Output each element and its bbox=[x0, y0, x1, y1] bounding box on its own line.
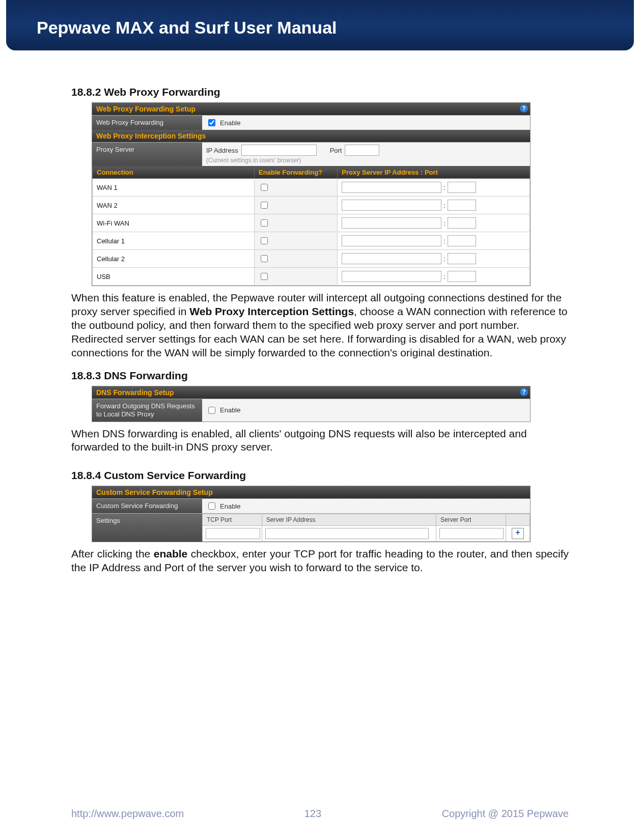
tcp-port-input[interactable] bbox=[206, 528, 260, 539]
tcp-port-header: TCP Port bbox=[203, 514, 262, 526]
server-port-input[interactable] bbox=[439, 528, 504, 539]
web-proxy-enable-label: Web Proxy Forwarding bbox=[92, 116, 202, 130]
section-3-title: 18.8.4 Custom Service Forwarding bbox=[71, 469, 569, 482]
connection-ip-input[interactable] bbox=[342, 217, 441, 229]
custom-service-settings-row: Settings TCP Port Server IP Address Serv… bbox=[92, 513, 530, 542]
connection-name: WAN 2 bbox=[93, 197, 255, 214]
service-row: + bbox=[203, 526, 530, 542]
connection-enable-checkbox[interactable] bbox=[261, 184, 268, 191]
connection-row: Wi-Fi WAN: bbox=[93, 214, 530, 232]
connection-enable-checkbox[interactable] bbox=[261, 237, 268, 244]
addr-col-header: Proxy Server IP Address : Port bbox=[338, 166, 530, 179]
manual-header: Pepwave MAX and Surf User Manual bbox=[6, 0, 634, 50]
custom-service-enable-checkbox[interactable] bbox=[208, 502, 215, 510]
connection-name: Cellular 2 bbox=[93, 250, 255, 268]
connection-ip-input[interactable] bbox=[342, 253, 441, 264]
connection-enable-checkbox[interactable] bbox=[261, 219, 268, 227]
custom-service-header: Custom Service Forwarding Setup bbox=[92, 486, 530, 498]
connection-row: Cellular 2: bbox=[93, 250, 530, 268]
connection-port-input[interactable] bbox=[448, 182, 476, 193]
web-proxy-interception-header: Web Proxy Interception Settings bbox=[92, 130, 530, 142]
conn-col-header: Connection bbox=[93, 166, 255, 179]
connection-port-input[interactable] bbox=[448, 217, 476, 229]
page-content: 18.8.2 Web Proxy Forwarding Web Proxy Fo… bbox=[0, 50, 640, 575]
footer-copyright: Copyright @ 2015 Pepwave bbox=[442, 808, 569, 820]
custom-service-panel: Custom Service Forwarding Setup Custom S… bbox=[92, 486, 531, 542]
dns-enable-label: Forward Outgoing DNS Requests to Local D… bbox=[92, 399, 202, 421]
connection-port-input[interactable] bbox=[448, 200, 476, 211]
dns-panel: DNS Forwarding Setup ? Forward Outgoing … bbox=[92, 386, 531, 422]
connection-table: Connection Enable Forwarding? Proxy Serv… bbox=[92, 166, 530, 286]
server-ip-input[interactable] bbox=[265, 528, 429, 539]
connection-name: USB bbox=[93, 268, 255, 286]
web-proxy-setup-header: Web Proxy Forwarding Setup ? bbox=[92, 103, 530, 115]
enable-text: Enable bbox=[220, 406, 240, 414]
connection-port-input[interactable] bbox=[448, 271, 476, 282]
settings-label: Settings bbox=[92, 514, 202, 542]
connection-port-input[interactable] bbox=[448, 253, 476, 264]
dns-enable-checkbox[interactable] bbox=[208, 407, 215, 414]
ip-address-label: IP Address bbox=[206, 147, 238, 154]
add-row-button[interactable]: + bbox=[512, 528, 524, 539]
server-port-header: Server Port bbox=[436, 514, 506, 526]
connection-name: Cellular 1 bbox=[93, 232, 255, 250]
page-footer: http://www.pepwave.com 123 Copyright @ 2… bbox=[0, 808, 640, 820]
connection-enable-checkbox[interactable] bbox=[261, 273, 268, 280]
proxy-server-label: Proxy Server bbox=[92, 143, 202, 166]
custom-service-enable-label: Custom Service Forwarding bbox=[92, 499, 202, 513]
proxy-ip-input[interactable] bbox=[241, 145, 317, 156]
proxy-port-input[interactable] bbox=[345, 145, 379, 156]
service-table: TCP Port Server IP Address Server Port + bbox=[202, 514, 530, 542]
proxy-hint: (Current settings in users' browser) bbox=[206, 157, 379, 164]
connection-ip-input[interactable] bbox=[342, 200, 441, 211]
dns-setup-header: DNS Forwarding Setup ? bbox=[92, 386, 530, 399]
footer-url: http://www.pepwave.com bbox=[71, 808, 184, 820]
enable-text: Enable bbox=[220, 119, 240, 127]
connection-row: USB: bbox=[93, 268, 530, 286]
connection-ip-input[interactable] bbox=[342, 271, 441, 282]
enable-text: Enable bbox=[220, 502, 240, 510]
connection-name: Wi-Fi WAN bbox=[93, 214, 255, 232]
section-2-para: When DNS forwarding is enabled, all clie… bbox=[71, 427, 569, 455]
web-proxy-enable-checkbox[interactable] bbox=[208, 119, 215, 126]
connection-row: WAN 1: bbox=[93, 179, 530, 197]
connection-ip-input[interactable] bbox=[342, 235, 441, 246]
help-icon[interactable]: ? bbox=[520, 388, 528, 396]
connection-port-input[interactable] bbox=[448, 235, 476, 246]
section-1-title: 18.8.2 Web Proxy Forwarding bbox=[71, 86, 569, 98]
connection-name: WAN 1 bbox=[93, 179, 255, 197]
help-icon[interactable]: ? bbox=[520, 104, 528, 113]
proxy-server-row: Proxy Server IP Address Port (Current se… bbox=[92, 142, 530, 166]
web-proxy-panel: Web Proxy Forwarding Setup ? Web Proxy F… bbox=[92, 102, 531, 286]
connection-ip-input[interactable] bbox=[342, 182, 441, 193]
dns-enable-row: Forward Outgoing DNS Requests to Local D… bbox=[92, 399, 530, 421]
page-number: 123 bbox=[304, 808, 321, 820]
section-2-title: 18.8.3 DNS Forwarding bbox=[71, 370, 569, 382]
server-ip-header: Server IP Address bbox=[262, 514, 436, 526]
connection-row: Cellular 1: bbox=[93, 232, 530, 250]
section-1-para: When this feature is enabled, the Pepwav… bbox=[71, 291, 569, 359]
port-label: Port bbox=[330, 147, 342, 154]
custom-service-enable-row: Custom Service Forwarding Enable bbox=[92, 498, 530, 513]
action-header bbox=[506, 514, 530, 526]
connection-enable-checkbox[interactable] bbox=[261, 255, 268, 262]
manual-title: Pepwave MAX and Surf User Manual bbox=[37, 18, 337, 37]
enable-col-header: Enable Forwarding? bbox=[255, 166, 338, 179]
connection-enable-checkbox[interactable] bbox=[261, 202, 268, 209]
section-3-para: After clicking the enable checkbox, ente… bbox=[71, 547, 569, 575]
web-proxy-enable-row: Web Proxy Forwarding Enable bbox=[92, 115, 530, 130]
connection-row: WAN 2: bbox=[93, 197, 530, 214]
